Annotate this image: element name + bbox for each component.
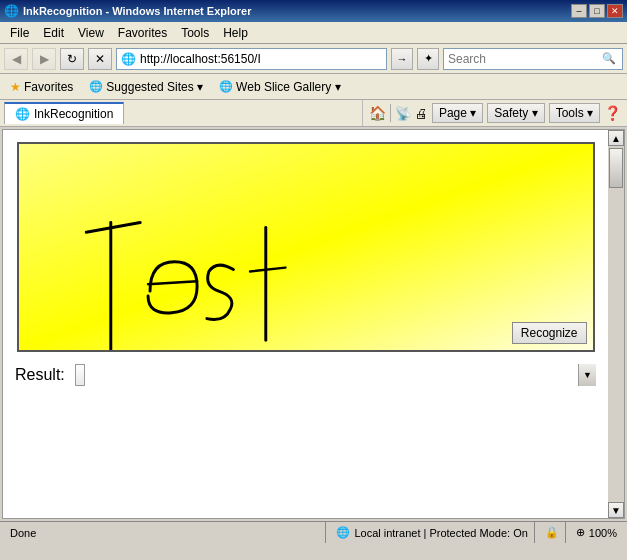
star-icon: ★	[10, 80, 21, 94]
suggested-sites-label: Suggested Sites ▾	[106, 80, 203, 94]
status-text: Done	[10, 527, 36, 539]
address-bar: 🌐	[116, 48, 387, 70]
safety-menu[interactable]: Safety ▾	[487, 103, 544, 123]
title-bar-left: 🌐 InkRecognition - Windows Internet Expl…	[4, 4, 251, 18]
zoom-segment[interactable]: ⊕ 100%	[570, 522, 623, 543]
refresh-button[interactable]: ↻	[60, 48, 84, 70]
tab-inkrecognition[interactable]: 🌐 InkRecognition	[4, 102, 124, 124]
browser-toolbar: 🏠 📡 🖨 Page ▾ Safety ▾ Tools ▾ ❓	[362, 100, 627, 126]
search-input[interactable]	[448, 52, 600, 66]
search-button[interactable]: 🔍	[600, 50, 618, 68]
print-icon[interactable]: 🖨	[415, 106, 428, 121]
scroll-up-arrow[interactable]: ▲	[608, 130, 624, 146]
minimize-button[interactable]: –	[571, 4, 587, 18]
status-bar: Done 🌐 Local intranet | Protected Mode: …	[0, 521, 627, 543]
tab-label: InkRecognition	[34, 107, 113, 121]
address-input[interactable]	[140, 52, 382, 66]
help-button[interactable]: ❓	[604, 105, 621, 121]
handwriting-svg	[19, 144, 593, 350]
window-title: InkRecognition - Windows Internet Explor…	[23, 5, 251, 17]
web-slice-gallery[interactable]: 🌐 Web Slice Gallery ▾	[215, 78, 344, 96]
tab-bar: 🌐 InkRecognition	[0, 100, 362, 124]
title-bar-controls[interactable]: – □ ✕	[571, 4, 623, 18]
zoom-icon: ⊕	[576, 526, 585, 539]
drawing-area[interactable]: Recognize	[17, 142, 595, 352]
main-content: Recognize Result: ▼ ▲ ▼	[2, 129, 625, 519]
menu-file[interactable]: File	[4, 24, 35, 42]
title-bar: 🌐 InkRecognition - Windows Internet Expl…	[0, 0, 627, 22]
zone-text: Local intranet | Protected Mode: On	[354, 527, 527, 539]
menu-help[interactable]: Help	[217, 24, 254, 42]
scroll-down-arrow[interactable]: ▼	[608, 502, 624, 518]
vertical-scrollbar[interactable]: ▲ ▼	[608, 130, 624, 518]
back-button[interactable]: ◀	[4, 48, 28, 70]
scroll-track[interactable]	[608, 146, 624, 502]
favorites-button[interactable]: ★ Favorites	[6, 78, 77, 96]
scroll-thumb[interactable]	[609, 148, 623, 188]
nav-icons: ✦	[417, 48, 439, 70]
status-text-segment: Done	[4, 522, 326, 543]
zone-icon: 🌐	[336, 526, 350, 539]
menu-tools[interactable]: Tools	[175, 24, 215, 42]
dropdown-arrow-icon: ▼	[578, 364, 596, 386]
maximize-button[interactable]: □	[589, 4, 605, 18]
page-content: Recognize Result: ▼	[3, 130, 608, 518]
result-dropdown-wrapper: ▼	[75, 364, 596, 386]
address-icon: 🌐	[121, 52, 136, 66]
page-menu[interactable]: Page ▾	[432, 103, 483, 123]
tab-icon: 🌐	[15, 107, 30, 121]
nav-bar: ◀ ▶ ↻ ✕ 🌐 → ✦ 🔍	[0, 44, 627, 74]
favorites-bar: ★ Favorites 🌐 Suggested Sites ▾ 🌐 Web Sl…	[0, 74, 627, 100]
recognize-button[interactable]: Recognize	[512, 322, 587, 344]
web-slice-label: Web Slice Gallery ▾	[236, 80, 340, 94]
result-label: Result:	[15, 366, 65, 384]
lock-icon: 🔒	[545, 526, 559, 539]
browser-icon: 🌐	[4, 4, 19, 18]
webslice-icon: 🌐	[219, 80, 233, 93]
rss-icon: 📡	[395, 106, 411, 121]
stop-button[interactable]: ✕	[88, 48, 112, 70]
result-dropdown[interactable]	[75, 364, 85, 386]
search-bar: 🔍	[443, 48, 623, 70]
tools-menu[interactable]: Tools ▾	[549, 103, 600, 123]
menu-bar: File Edit View Favorites Tools Help	[0, 22, 627, 44]
home-button[interactable]: 🏠	[369, 105, 386, 121]
ie-icon: 🌐	[89, 80, 103, 93]
forward-button[interactable]: ▶	[32, 48, 56, 70]
result-row: Result: ▼	[15, 364, 596, 386]
lock-segment: 🔒	[539, 522, 566, 543]
favorites-label: Favorites	[24, 80, 73, 94]
menu-view[interactable]: View	[72, 24, 110, 42]
live-icon[interactable]: ✦	[417, 48, 439, 70]
suggested-sites[interactable]: 🌐 Suggested Sites ▾	[85, 78, 207, 96]
go-button[interactable]: →	[391, 48, 413, 70]
menu-favorites[interactable]: Favorites	[112, 24, 173, 42]
menu-edit[interactable]: Edit	[37, 24, 70, 42]
zone-segment: 🌐 Local intranet | Protected Mode: On	[330, 522, 534, 543]
zoom-text: 100%	[589, 527, 617, 539]
close-button[interactable]: ✕	[607, 4, 623, 18]
